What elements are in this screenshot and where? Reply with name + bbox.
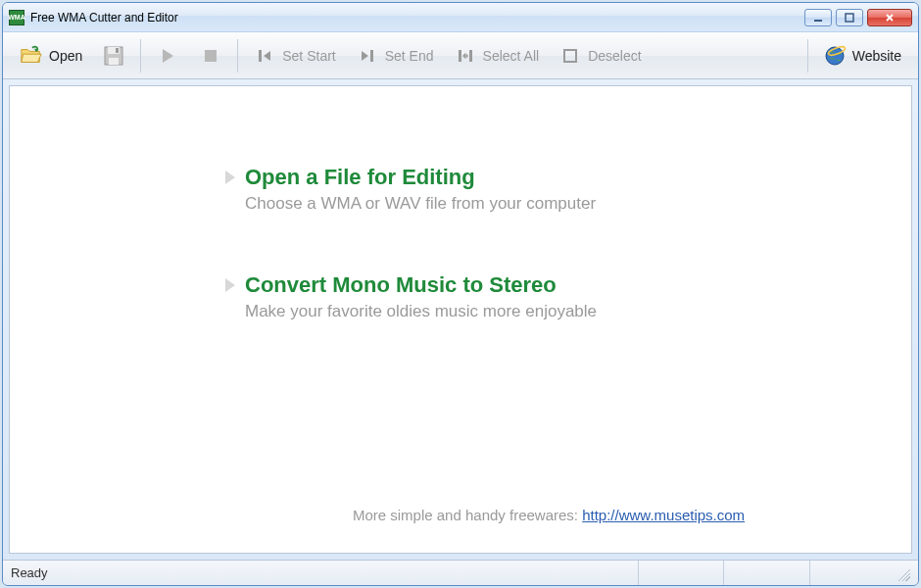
action-subtitle: Make your favorite oldies music more enj… <box>245 302 872 321</box>
svg-rect-7 <box>259 50 262 62</box>
select-all-button[interactable]: Select All <box>445 38 549 74</box>
close-button[interactable] <box>867 9 912 26</box>
svg-rect-6 <box>205 50 217 62</box>
play-button[interactable] <box>147 38 188 74</box>
triangle-right-icon <box>225 171 235 184</box>
deselect-label: Deselect <box>588 48 641 64</box>
set-end-icon <box>356 44 379 68</box>
svg-rect-0 <box>814 20 822 22</box>
action-title: Convert Mono Music to Stereo <box>245 272 557 298</box>
window-controls <box>804 9 912 26</box>
maximize-button[interactable] <box>836 9 863 26</box>
deselect-icon <box>558 44 582 68</box>
toolbar-separator <box>237 39 238 73</box>
set-start-icon <box>253 44 276 68</box>
action-convert-stereo[interactable]: Convert Mono Music to Stereo Make your f… <box>225 272 872 321</box>
app-window: WMA Free WMA Cutter and Editor <box>2 2 919 586</box>
action-open-file[interactable]: Open a File for Editing Choose a WMA or … <box>225 165 872 214</box>
action-title: Open a File for Editing <box>245 165 475 190</box>
select-all-icon <box>454 44 477 68</box>
play-icon <box>156 44 179 68</box>
window-title: Free WMA Cutter and Editor <box>30 11 804 24</box>
folder-open-icon <box>20 44 43 68</box>
content-area: Open a File for Editing Choose a WMA or … <box>9 85 912 554</box>
status-text: Ready <box>11 565 638 580</box>
stop-button[interactable] <box>190 38 231 74</box>
set-start-button[interactable]: Set Start <box>244 38 344 74</box>
svg-rect-8 <box>370 50 373 62</box>
select-all-label: Select All <box>483 48 540 64</box>
svg-rect-1 <box>846 14 853 22</box>
toolbar: Open <box>3 32 918 79</box>
statusbar: Ready <box>3 560 918 585</box>
set-end-button[interactable]: Set End <box>347 38 443 74</box>
svg-rect-11 <box>564 50 576 62</box>
minimize-button[interactable] <box>804 9 832 26</box>
website-button[interactable]: Website <box>814 38 910 74</box>
titlebar[interactable]: WMA Free WMA Cutter and Editor <box>3 3 918 32</box>
footer-label: More simple and handy freewares: <box>353 507 582 523</box>
triangle-right-icon <box>225 278 235 292</box>
open-label: Open <box>49 48 82 64</box>
action-subtitle: Choose a WMA or WAV file from your compu… <box>245 194 872 214</box>
svg-rect-9 <box>459 50 461 62</box>
toolbar-separator <box>807 39 808 73</box>
open-button[interactable]: Open <box>11 38 91 74</box>
status-cell <box>723 561 808 585</box>
status-cell <box>638 561 723 585</box>
website-label: Website <box>852 48 901 64</box>
save-button[interactable] <box>93 38 134 74</box>
resize-grip-icon[interactable] <box>895 565 910 581</box>
footer-text: More simple and handy freewares: http://… <box>225 507 872 533</box>
app-icon: WMA <box>9 10 24 25</box>
set-start-label: Set Start <box>282 48 335 64</box>
footer-link[interactable]: http://www.musetips.com <box>582 507 745 523</box>
set-end-label: Set End <box>385 48 434 64</box>
svg-point-12 <box>826 47 844 65</box>
toolbar-separator <box>140 39 141 73</box>
svg-rect-5 <box>116 48 119 53</box>
stop-icon <box>199 44 222 68</box>
status-cell <box>809 561 895 585</box>
deselect-button[interactable]: Deselect <box>550 38 650 74</box>
globe-icon <box>823 44 847 68</box>
save-icon <box>102 44 125 68</box>
svg-rect-4 <box>109 58 119 65</box>
svg-rect-10 <box>469 50 472 62</box>
